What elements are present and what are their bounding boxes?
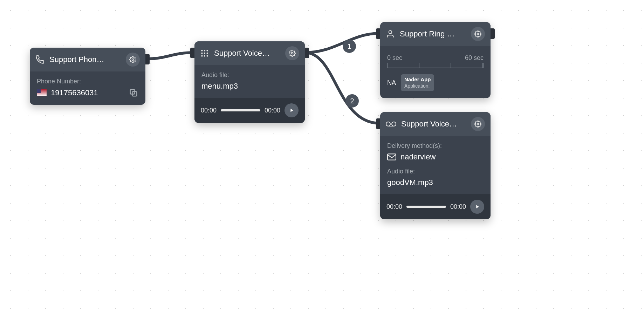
audio-file-value: goodVM.mp3	[387, 178, 433, 187]
svg-point-12	[292, 53, 293, 54]
node-support-ring[interactable]: Support Ring … 0 sec 60 sec NA Nader App…	[380, 22, 491, 98]
play-icon	[289, 108, 294, 113]
us-flag-icon	[37, 89, 47, 96]
settings-button[interactable]	[285, 46, 299, 60]
svg-point-7	[204, 53, 205, 54]
connection-badge-1: 1	[343, 40, 356, 53]
play-button[interactable]	[285, 103, 299, 117]
phone-number-label: Phone Number:	[37, 78, 138, 85]
node-support-voice-menu[interactable]: Support Voice… Audio file: menu.mp3 00:0…	[194, 41, 305, 123]
canvas-dot-grid	[0, 0, 644, 309]
svg-rect-19	[388, 154, 396, 160]
play-icon	[474, 204, 480, 210]
copy-button[interactable]	[129, 88, 138, 98]
node-support-voicemail[interactable]: Support Voice… Delivery method(s): nader…	[380, 112, 491, 219]
app-sublabel: Application:	[404, 83, 431, 89]
node-title: Support Voice…	[401, 119, 466, 129]
svg-point-10	[204, 55, 205, 56]
delivery-row: naderview	[387, 152, 484, 162]
svg-point-18	[477, 123, 479, 125]
node-header: Support Voice…	[380, 112, 491, 136]
node-support-phone[interactable]: Support Phon… Phone Number: 19175636031	[30, 48, 145, 105]
dialpad-icon	[200, 49, 209, 58]
node-title: Support Ring …	[400, 29, 466, 39]
settings-button[interactable]	[471, 117, 485, 131]
svg-point-13	[389, 30, 392, 34]
ruler-end-label: 60 sec	[465, 54, 484, 62]
node-title: Support Phon…	[49, 55, 121, 64]
svg-point-15	[386, 122, 390, 126]
node-header: Support Voice…	[194, 41, 305, 65]
audio-file-value: menu.mp3	[201, 82, 238, 91]
svg-point-9	[201, 55, 203, 56]
application-row: NA Nader App Application:	[387, 74, 484, 91]
node-body: Phone Number: 19175636031	[30, 71, 145, 105]
time-current: 00:00	[386, 203, 402, 211]
gear-icon	[474, 30, 481, 37]
phone-number-row: 19175636031	[37, 88, 138, 98]
time-ruler: 0 sec 60 sec	[387, 54, 484, 68]
node-body: Delivery method(s): naderview Audio file…	[380, 136, 491, 194]
audio-file-row: menu.mp3	[201, 82, 298, 91]
time-total: 00:00	[450, 203, 466, 211]
node-header: Support Ring …	[380, 22, 491, 46]
person-icon	[386, 29, 395, 39]
node-body: Audio file: menu.mp3	[194, 65, 305, 98]
time-total: 00:00	[265, 107, 280, 114]
node-body: 0 sec 60 sec NA Nader App Application:	[380, 46, 491, 98]
app-name: Nader App	[404, 76, 431, 83]
svg-point-0	[132, 59, 134, 61]
app-avatar-initials: NA	[387, 79, 396, 87]
svg-point-8	[206, 53, 208, 54]
ruler-start-label: 0 sec	[387, 54, 402, 62]
ruler-ticks	[387, 63, 484, 68]
progress-track[interactable]	[406, 206, 446, 208]
delivery-label: Delivery method(s):	[387, 142, 484, 150]
settings-button[interactable]	[126, 53, 140, 67]
mail-icon	[387, 153, 396, 160]
audio-file-label: Audio file:	[387, 168, 484, 175]
voicemail-icon	[386, 121, 396, 128]
svg-point-3	[201, 50, 203, 51]
gear-icon	[129, 56, 136, 63]
gear-icon	[474, 121, 481, 128]
audio-file-label: Audio file:	[201, 71, 298, 79]
node-title: Support Voice…	[214, 49, 280, 58]
gear-icon	[289, 50, 296, 57]
svg-point-11	[206, 55, 208, 56]
audio-player: 00:00 00:00	[194, 98, 305, 123]
svg-point-14	[477, 33, 479, 35]
phone-icon	[35, 55, 44, 64]
badge-number: 2	[350, 97, 354, 105]
svg-point-16	[392, 122, 396, 126]
connection-badge-2: 2	[345, 94, 359, 108]
audio-file-row: goodVM.mp3	[387, 178, 484, 187]
svg-point-5	[206, 50, 208, 51]
node-header: Support Phon…	[30, 48, 145, 71]
play-button[interactable]	[470, 200, 484, 214]
audio-player: 00:00 00:00	[380, 194, 491, 219]
delivery-value: naderview	[400, 152, 436, 162]
svg-point-6	[201, 53, 203, 54]
time-current: 00:00	[201, 107, 217, 114]
svg-point-4	[204, 50, 205, 51]
app-tooltip: Nader App Application:	[401, 74, 434, 91]
progress-track[interactable]	[221, 109, 260, 111]
badge-number: 1	[347, 42, 351, 50]
phone-number-value: 19175636031	[51, 88, 98, 97]
settings-button[interactable]	[471, 27, 485, 41]
